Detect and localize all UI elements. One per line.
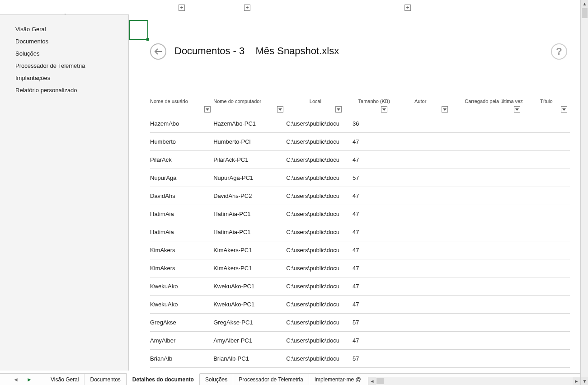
cell-computer: KimAkers-PC1 <box>213 265 286 272</box>
scroll-up-button[interactable]: ▲ <box>581 0 588 8</box>
sidebar-item-overview[interactable]: Visão Geral <box>0 23 128 35</box>
scroll-thumb[interactable] <box>582 8 588 18</box>
filter-dropdown-local[interactable] <box>335 106 342 113</box>
sheet-nav-next[interactable]: ► <box>27 376 32 383</box>
tab-label: Soluções <box>205 376 227 383</box>
sidebar-item-label: Processador de Telemetria <box>15 62 85 69</box>
cell-size: 47 <box>344 247 390 254</box>
cell-computer: NupurAga-PC1 <box>213 174 286 181</box>
tab-document-details[interactable]: Detalhes do documento <box>127 373 200 385</box>
tab-telemetry-processor[interactable]: Processador de Telemetria <box>233 374 309 385</box>
tab-implement-me[interactable]: Implementar-me @ <box>309 374 367 385</box>
hscroll-right-button[interactable]: ► <box>573 377 580 385</box>
table-row[interactable]: KimAkersKimAkers-PC1C:\users\public\docu… <box>150 241 570 259</box>
cell-size: 47 <box>344 211 390 217</box>
sidebar-item-label: Implantações <box>15 75 50 81</box>
filter-dropdown-title[interactable] <box>561 106 567 113</box>
col-header-computer: Nome do computador <box>213 99 261 104</box>
outline-expand-button-3[interactable]: + <box>405 5 411 11</box>
table-filter-row <box>150 106 570 114</box>
filter-dropdown-author[interactable] <box>442 106 448 113</box>
selected-cell-indicator[interactable] <box>129 20 148 40</box>
sidebar-item-label: Relatório personalizado <box>15 87 77 94</box>
table-row[interactable]: KwekuAkoKwekuAko-PC1C:\users\public\docu… <box>150 277 570 296</box>
cell-size: 47 <box>344 192 390 199</box>
tab-label: Processador de Telemetria <box>239 376 303 383</box>
cell-user: BrianAlb <box>150 355 213 362</box>
cell-user: KimAkers <box>150 265 213 272</box>
cell-local: C:\users\public\docu <box>286 229 344 235</box>
cell-size: 47 <box>344 156 390 163</box>
sidebar-item-solutions[interactable]: Soluções <box>0 47 128 60</box>
table-row[interactable]: PilarAckPilarAck-PC1C:\users\public\docu… <box>150 151 570 169</box>
sidebar-item-custom-report[interactable]: Relatório personalizado <box>0 84 128 96</box>
table-row[interactable]: KwekuAkoKwekuAko-PC1C:\users\public\docu… <box>150 296 570 314</box>
tab-solutions[interactable]: Soluções <box>200 374 233 385</box>
table-row[interactable]: NupurAgaNupurAga-PC1C:\users\public\docu… <box>150 169 570 187</box>
sheet-nav-prev[interactable]: ◄ <box>13 376 19 383</box>
arrow-left-icon <box>154 47 162 57</box>
hscroll-left-button[interactable]: ◄ <box>368 377 376 385</box>
cell-computer: BrianAlb-PC1 <box>213 355 286 362</box>
cell-size: 47 <box>344 265 390 272</box>
table-row[interactable]: HatimAiaHatimAia-PC1C:\users\public\docu… <box>150 205 570 223</box>
nav-sidebar: . Visão Geral Documentos Soluções Proces… <box>0 14 129 371</box>
scroll-down-button[interactable]: ▼ <box>581 377 588 385</box>
tab-overview[interactable]: Visão Geral <box>45 374 85 385</box>
cell-computer: PilarAck-PC1 <box>213 156 286 163</box>
cell-user: HatimAia <box>150 211 213 217</box>
title-prefix: Documentos - 3 <box>174 45 245 56</box>
table-row[interactable]: GregAkseGregAkse-PC1C:\users\public\docu… <box>150 314 570 332</box>
outline-expand-button-1[interactable]: + <box>179 5 185 11</box>
table-row[interactable]: HatimAiaHatimAia-PC1C:\users\public\docu… <box>150 223 570 241</box>
cell-size: 57 <box>344 319 390 326</box>
cell-computer: AmyAlber-PC1 <box>213 337 286 344</box>
help-button[interactable]: ? <box>551 43 567 60</box>
vertical-scrollbar[interactable]: ▲ ▼ <box>580 0 588 385</box>
filter-dropdown-loaded[interactable] <box>514 106 520 113</box>
sheet-nav-arrows: ◄ ► <box>0 374 45 385</box>
filter-dropdown-computer[interactable] <box>277 106 283 113</box>
cell-size: 47 <box>344 301 390 308</box>
table-row[interactable]: DavidAhsDavidAhs-PC2C:\users\public\docu… <box>150 187 570 205</box>
sheet-tab-bar: ◄ ► Visão Geral Documentos Detalhes do d… <box>0 373 580 385</box>
cell-local: C:\users\public\docu <box>286 337 344 344</box>
table-row[interactable]: HumbertoHumberto-PClC:\users\public\docu… <box>150 133 570 151</box>
tab-label: Documentos <box>90 376 120 383</box>
table-body: HazemAboHazemAbo-PC1C:\users\public\docu… <box>150 115 570 385</box>
sidebar-item-label: Documentos <box>15 38 48 45</box>
sidebar-item-deployments[interactable]: Implantações <box>0 72 128 84</box>
tab-label: Implementar-me @ <box>315 376 361 383</box>
table-row[interactable]: AmyAlberAmyAlber-PC1C:\users\public\docu… <box>150 332 570 350</box>
cell-user: KwekuAko <box>150 283 213 290</box>
back-button[interactable] <box>150 43 166 60</box>
cell-user: AmyAlber <box>150 337 213 344</box>
table-row[interactable]: HazemAboHazemAbo-PC1C:\users\public\docu… <box>150 115 570 133</box>
cell-size: 47 <box>344 283 390 290</box>
col-header-size: Tamanho (KB) <box>358 99 390 104</box>
cell-user: KimAkers <box>150 247 213 254</box>
cell-size: 57 <box>344 355 390 362</box>
table-row[interactable]: BrianAlbBrianAlb-PC1C:\users\public\docu… <box>150 350 570 368</box>
outline-expand-button-2[interactable]: + <box>244 5 250 11</box>
cell-local: C:\users\public\docu <box>286 192 344 199</box>
sidebar-item-telemetry[interactable]: Processador de Telemetria <box>0 60 128 72</box>
cell-computer: KwekuAko-PC1 <box>213 283 286 290</box>
cell-user: KwekuAko <box>150 301 213 308</box>
sidebar-item-documents[interactable]: Documentos <box>0 35 128 47</box>
col-header-loaded: Carregado pela última vez <box>465 99 522 104</box>
cell-size: 47 <box>344 229 390 235</box>
title-filename: Mês Snapshot.xlsx <box>256 45 339 56</box>
hscroll-thumb[interactable] <box>376 378 384 384</box>
cell-user: DavidAhs <box>150 192 213 199</box>
horizontal-scrollbar[interactable]: ◄ ► <box>368 377 580 385</box>
tab-documents[interactable]: Documentos <box>85 374 126 385</box>
cell-computer: HatimAia-PC1 <box>213 211 286 217</box>
sidebar-item-label: Soluções <box>15 50 39 57</box>
cell-computer: KwekuAko-PC1 <box>213 301 286 308</box>
page-title: Documentos - 3 Mês Snapshot.xlsx <box>174 45 339 57</box>
table-row[interactable]: KimAkersKimAkers-PC1C:\users\public\docu… <box>150 259 570 277</box>
question-icon: ? <box>556 46 562 57</box>
filter-dropdown-user[interactable] <box>204 106 211 113</box>
filter-dropdown-size[interactable] <box>381 106 387 113</box>
